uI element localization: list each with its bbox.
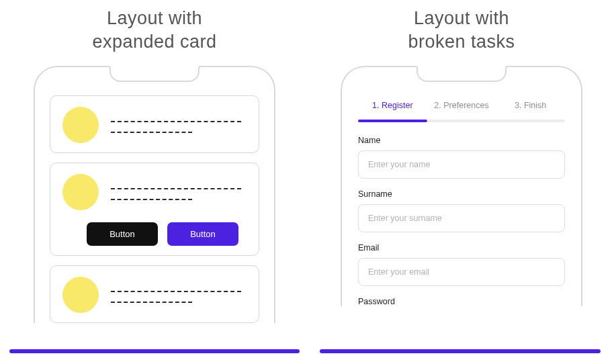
title-line: Layout with — [107, 8, 202, 28]
action-button-secondary[interactable]: Button — [167, 222, 238, 246]
placeholder-line — [111, 121, 241, 122]
field-label: Surname — [358, 189, 565, 199]
step-register[interactable]: 1. Register — [358, 95, 427, 117]
title-line: expanded card — [92, 32, 216, 52]
layout-title-left: Layout with expanded card — [92, 7, 216, 54]
avatar-icon — [62, 107, 99, 143]
avatar-icon — [62, 277, 99, 313]
field-password: Password — [357, 297, 566, 306]
stepper-bar-segment — [427, 120, 496, 122]
step-preferences[interactable]: 2. Preferences — [427, 95, 496, 117]
name-input[interactable] — [358, 150, 565, 179]
title-line: Layout with — [414, 8, 509, 28]
field-label: Email — [358, 243, 565, 253]
list-card-expanded[interactable]: Button Button — [50, 163, 259, 256]
surname-input[interactable] — [358, 204, 565, 232]
baseline-bar — [9, 349, 300, 353]
field-surname: Surname — [357, 189, 566, 232]
field-label: Password — [358, 297, 565, 306]
stepper-bar — [358, 120, 565, 122]
field-email: Email — [357, 243, 566, 286]
avatar-icon — [62, 174, 99, 210]
layout-expanded-card: Layout with expanded card — [20, 0, 289, 341]
stepper: 1. Register 2. Preferences 3. Finish — [358, 95, 565, 117]
placeholder-line — [111, 302, 192, 303]
stepper-bar-segment — [358, 120, 427, 122]
list-card[interactable] — [50, 95, 259, 153]
placeholder-line — [111, 199, 192, 200]
email-input[interactable] — [358, 258, 565, 286]
list-card[interactable] — [50, 265, 259, 323]
action-button-primary[interactable]: Button — [87, 222, 158, 246]
stepper-bar-segment — [496, 120, 565, 122]
phone-frame-left: Button Button — [34, 66, 275, 323]
title-line: broken tasks — [408, 32, 515, 52]
baseline-bar — [320, 349, 601, 353]
layout-title-right: Layout with broken tasks — [408, 7, 515, 54]
phone-frame-right: 1. Register 2. Preferences 3. Finish Nam… — [341, 66, 582, 306]
field-label: Name — [358, 136, 565, 145]
layout-broken-tasks: Layout with broken tasks 1. Register 2. … — [327, 0, 596, 341]
placeholder-line — [111, 132, 192, 133]
placeholder-line — [111, 188, 241, 189]
field-name: Name — [357, 136, 566, 179]
step-finish[interactable]: 3. Finish — [496, 95, 565, 117]
placeholder-line — [111, 291, 241, 292]
